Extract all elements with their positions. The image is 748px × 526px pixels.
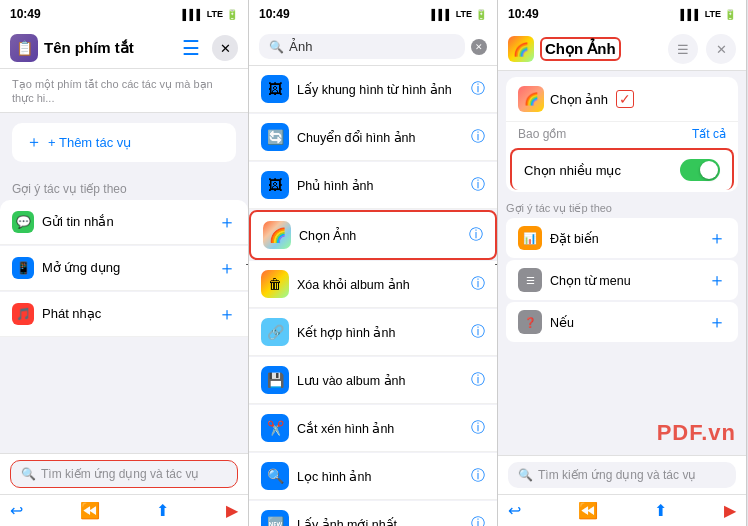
icon-9: 🆕 xyxy=(261,510,289,526)
nav-title-1: 📋 Tên phím tắt xyxy=(10,34,134,62)
search-item-9[interactable]: 🆕 Lấy ảnh mới nhất ⓘ xyxy=(249,501,497,526)
search-item-7[interactable]: ✂️ Cắt xén hình ảnh ⓘ xyxy=(249,405,497,452)
icon-2: 🖼 xyxy=(261,171,289,199)
info-icon-6[interactable]: ⓘ xyxy=(471,371,485,389)
search-header-2: 🔍 Ảnh ✕ xyxy=(249,28,497,66)
tat-ca-button[interactable]: Tất cả xyxy=(692,127,726,141)
panel-3: 10:49 ▌▌▌ LTE 🔋 🌈 Chọn Ảnh ☰ ✕ 🌈 Chọn ản… xyxy=(498,0,747,526)
info-icon-1[interactable]: ⓘ xyxy=(471,128,485,146)
info-icon-9[interactable]: ⓘ xyxy=(471,515,485,526)
menu-button-1[interactable]: ☰ xyxy=(178,35,204,61)
search-item-4[interactable]: 🗑 Xóa khỏi album ảnh ⓘ xyxy=(249,261,497,308)
share-btn-3[interactable]: ⬆ xyxy=(654,501,667,520)
add-dat-bien[interactable]: ＋ xyxy=(708,226,726,250)
icon-5: 🔗 xyxy=(261,318,289,346)
search-item-8[interactable]: 🔍 Lọc hình ảnh ⓘ xyxy=(249,453,497,500)
icon-7: ✂️ xyxy=(261,414,289,442)
info-icon-2[interactable]: ⓘ xyxy=(471,176,485,194)
add-neu[interactable]: ＋ xyxy=(708,310,726,334)
arrow-2: → xyxy=(491,252,498,275)
close-button-1[interactable]: ✕ xyxy=(212,35,238,61)
search-item-2[interactable]: 🖼 Phủ hình ảnh ⓘ xyxy=(249,162,497,209)
chon-anh-section: 🌈 Chọn ảnh ✓ Bao gồm Tất cả Chọn nhiều m… xyxy=(506,77,738,192)
add-task-button[interactable]: ＋ + Thêm tác vụ xyxy=(12,123,236,162)
neu-item[interactable]: ❓ Nếu ＋ xyxy=(506,302,738,342)
icon-1: 🔄 xyxy=(261,123,289,151)
info-icon-5[interactable]: ⓘ xyxy=(471,323,485,341)
play-btn-3[interactable]: ▶ xyxy=(724,501,736,520)
share-btn-1[interactable]: ⬆ xyxy=(156,501,169,520)
subtitle-1: Tạo một phím tắt cho các tác vụ mà bạn t… xyxy=(0,69,248,113)
nav-title-text-3: Chọn Ảnh xyxy=(540,37,621,61)
search-item-5[interactable]: 🔗 Kết hợp hình ảnh ⓘ xyxy=(249,309,497,356)
bottom-toolbar-1: ↩ ⏪ ⬆ ▶ xyxy=(0,494,248,526)
search-clear-2[interactable]: ✕ xyxy=(471,39,487,55)
play-btn-1[interactable]: ▶ xyxy=(226,501,238,520)
menu-button-3[interactable]: ☰ xyxy=(668,34,698,64)
message-icon: 💬 xyxy=(12,211,34,233)
nav-actions-3: ☰ ✕ xyxy=(668,34,736,64)
arrow-1: → xyxy=(242,252,249,275)
icon-6: 💾 xyxy=(261,366,289,394)
search-icon-2: 🔍 xyxy=(269,40,284,54)
chon-nhieu-toggle[interactable] xyxy=(680,159,720,181)
info-icon-7[interactable]: ⓘ xyxy=(471,419,485,437)
dat-bien-icon: 📊 xyxy=(518,226,542,250)
suggestion-list-1: 💬 Gửi tin nhắn ＋ 📱 Mở ứng dụng ＋ 🎵 Phát … xyxy=(0,200,248,338)
list-item-app[interactable]: 📱 Mở ứng dụng ＋ xyxy=(0,246,248,291)
suggestion-list-3: 📊 Đặt biến ＋ ☰ Chọn từ menu ＋ ❓ Nếu ＋ xyxy=(498,217,746,344)
search-field-2[interactable]: 🔍 Ảnh xyxy=(259,34,465,59)
list-item-message[interactable]: 💬 Gửi tin nhắn ＋ xyxy=(0,200,248,245)
plus-icon: ＋ xyxy=(26,132,42,153)
close-button-3[interactable]: ✕ xyxy=(706,34,736,64)
status-time-3: 10:49 xyxy=(508,7,539,21)
add-chon-tu-menu[interactable]: ＋ xyxy=(708,268,726,292)
search-bar-3[interactable]: 🔍 Tìm kiếm ứng dụng và tác vụ xyxy=(498,455,746,494)
add-music-icon[interactable]: ＋ xyxy=(218,302,236,326)
chon-anh-nav-icon: 🌈 xyxy=(508,36,534,62)
info-icon-0[interactable]: ⓘ xyxy=(471,80,485,98)
search-item-6[interactable]: 💾 Lưu vào album ảnh ⓘ xyxy=(249,357,497,404)
search-icon-1: 🔍 xyxy=(21,467,36,481)
status-icons-1: ▌▌▌ LTE 🔋 xyxy=(182,9,238,20)
bao-gom-row: Bao gồm Tất cả xyxy=(506,122,738,146)
dat-bien-item[interactable]: 📊 Đặt biến ＋ xyxy=(506,218,738,258)
neu-icon: ❓ xyxy=(518,310,542,334)
add-app-icon[interactable]: ＋ xyxy=(218,256,236,280)
back-btn-3[interactable]: ⏪ xyxy=(578,501,598,520)
back-btn-1[interactable]: ⏪ xyxy=(80,501,100,520)
undo-btn-3[interactable]: ↩ xyxy=(508,501,521,520)
status-icons-3: ▌▌▌ LTE 🔋 xyxy=(680,9,736,20)
app-icon: 📱 xyxy=(12,257,34,279)
info-icon-4[interactable]: ⓘ xyxy=(471,275,485,293)
list-item-music[interactable]: 🎵 Phát nhạc ＋ xyxy=(0,292,248,337)
info-icon-8[interactable]: ⓘ xyxy=(471,467,485,485)
status-bar-3: 10:49 ▌▌▌ LTE 🔋 xyxy=(498,0,746,28)
chon-nhieu-row[interactable]: Chọn nhiều mục xyxy=(510,148,734,190)
suggestion-label-3: Gợi ý tác vụ tiếp theo xyxy=(498,198,746,217)
status-icons-2: ▌▌▌ LTE 🔋 xyxy=(431,9,487,20)
search-item-chon-anh[interactable]: 🌈 Chọn Ảnh ⓘ xyxy=(249,210,497,260)
chon-tu-menu-item[interactable]: ☰ Chọn từ menu ＋ xyxy=(506,260,738,300)
search-input-1[interactable]: 🔍 Tìm kiếm ứng dụng và tác vụ xyxy=(10,460,238,488)
search-list-2: 🖼 Lấy khung hình từ hình ảnh ⓘ 🔄 Chuyển … xyxy=(249,66,497,526)
bottom-toolbar-3: ↩ ⏪ ⬆ ▶ xyxy=(498,494,746,526)
section-label-1: Gợi ý tác vụ tiếp theo xyxy=(0,172,248,200)
info-icon-3[interactable]: ⓘ xyxy=(469,226,483,244)
checkmark-icon: ✓ xyxy=(616,90,634,108)
search-input-3[interactable]: 🔍 Tìm kiếm ứng dụng và tác vụ xyxy=(508,462,736,488)
icon-0: 🖼 xyxy=(261,75,289,103)
status-bar-1: 10:49 ▌▌▌ LTE 🔋 xyxy=(0,0,248,28)
chon-anh-row-icon: 🌈 xyxy=(518,86,544,112)
chon-anh-row[interactable]: 🌈 Chọn ảnh ✓ xyxy=(506,77,738,122)
nav-title-3: 🌈 Chọn Ảnh xyxy=(508,36,621,62)
undo-btn-1[interactable]: ↩ xyxy=(10,501,23,520)
search-item-0[interactable]: 🖼 Lấy khung hình từ hình ảnh ⓘ xyxy=(249,66,497,113)
icon-8: 🔍 xyxy=(261,462,289,490)
music-icon: 🎵 xyxy=(12,303,34,325)
status-time-1: 10:49 xyxy=(10,7,41,21)
add-message-icon[interactable]: ＋ xyxy=(218,210,236,234)
search-bar-1[interactable]: 🔍 Tìm kiếm ứng dụng và tác vụ xyxy=(0,453,248,494)
status-bar-2: 10:49 ▌▌▌ LTE 🔋 xyxy=(249,0,497,28)
search-item-1[interactable]: 🔄 Chuyển đổi hình ảnh ⓘ xyxy=(249,114,497,161)
